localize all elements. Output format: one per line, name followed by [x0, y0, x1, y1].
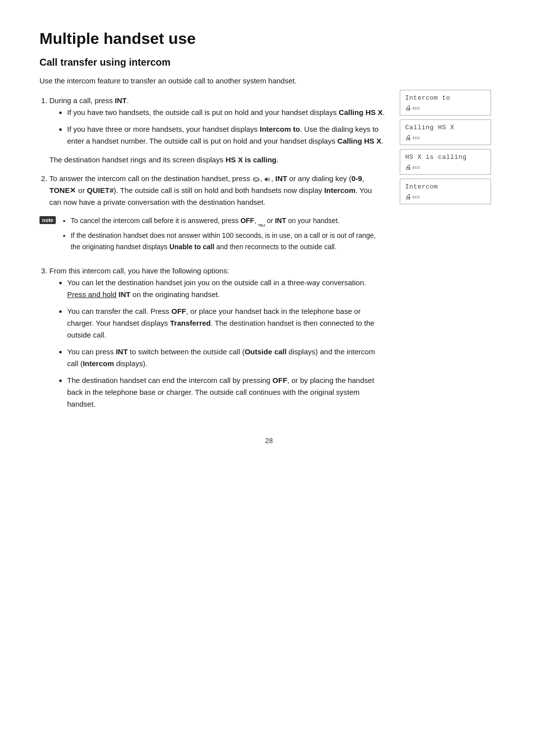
screen-text-1: Intercom to — [405, 94, 486, 102]
step-3-bullet-3: You can press INT to switch between the … — [67, 346, 385, 370]
display-1: Intercom to 🖨 ECO — [400, 90, 498, 115]
svg-text:TALK: TALK — [254, 179, 260, 181]
display-2: Calling HS X 🖨 ECO — [400, 119, 498, 145]
note-content: To cancel the intercom call before it is… — [62, 215, 385, 256]
eco-badge-1: ECO — [413, 106, 419, 111]
eco-badge-4: ECO — [413, 195, 419, 199]
volume-icon — [264, 174, 271, 179]
step-1-bullet-2: If you have three or more handsets, your… — [67, 123, 385, 147]
handset-icon-row-4: 🖨 ECO — [405, 193, 486, 201]
eco-badge-3: ECO — [413, 165, 419, 170]
steps-list: During a call, press INT. If you have tw… — [39, 95, 385, 208]
page-number: 28 — [39, 437, 498, 445]
display-box-4: Intercom 🖨 ECO — [400, 179, 491, 204]
display-box-2: Calling HS X 🖨 ECO — [400, 119, 491, 145]
display-4: Intercom 🖨 ECO — [400, 179, 498, 204]
handset-icon-4: 🖨 — [405, 193, 412, 201]
section-title: Call transfer using intercom — [39, 57, 498, 68]
display-box-3: HS X is calling 🖨 ECO — [400, 149, 491, 175]
screen-text-2: Calling HS X — [405, 124, 486, 131]
main-content: Use the intercom feature to transfer an … — [39, 75, 498, 417]
intro-paragraph: Use the intercom feature to transfer an … — [39, 75, 385, 87]
screen-text-4: Intercom — [405, 183, 486, 190]
talk-icon: TALK — [252, 174, 260, 179]
handset-icon-1: 🖨 — [405, 105, 412, 112]
page-title: Multiple handset use — [39, 30, 498, 48]
display-box-1: Intercom to 🖨 ECO — [400, 90, 491, 115]
eco-badge-2: ECO — [413, 136, 419, 140]
step-1-bullets: If you have two handsets, the outside ca… — [49, 107, 385, 147]
step-1-bullet-1: If you have two handsets, the outside ca… — [67, 107, 385, 118]
note-badge: note — [39, 216, 56, 224]
step-1-extra: The destination handset rings and its sc… — [49, 154, 385, 166]
handset-icon-2: 🖨 — [405, 134, 412, 142]
step-3-bullet-2: You can transfer the call. Press OFF, or… — [67, 305, 385, 341]
step-2-text: To answer the intercom call on the desti… — [49, 174, 372, 206]
svg-marker-1 — [265, 177, 267, 182]
text-column: Use the intercom feature to transfer an … — [39, 75, 385, 417]
step-3-text: From this intercom call, you have the fo… — [49, 266, 229, 275]
note-block: note To cancel the intercom call before … — [39, 215, 385, 256]
step-3-bullet-4: The destination handset can end the inte… — [67, 375, 385, 410]
handset-icon-row-3: 🖨 ECO — [405, 164, 486, 171]
handset-icon-row-2: 🖨 ECO — [405, 134, 486, 142]
handset-icon-row-1: 🖨 ECO — [405, 105, 486, 112]
step-3-bullet-1: You can let the destination handset join… — [67, 277, 385, 301]
note-bullet-1: To cancel the intercom call before it is… — [71, 215, 385, 226]
display-3: HS X is calling 🖨 ECO — [400, 149, 498, 175]
talk-icon-note: TALK — [258, 220, 265, 225]
handset-icon-3: 🖨 — [405, 164, 412, 171]
step-2: To answer the intercom call on the desti… — [49, 173, 385, 208]
steps-list-2: From this intercom call, you have the fo… — [39, 265, 385, 410]
step-1: During a call, press INT. If you have tw… — [49, 95, 385, 166]
svg-text:TALK: TALK — [258, 224, 265, 227]
step-1-text: During a call, press INT. — [49, 96, 129, 105]
sidebar-displays: Intercom to 🖨 ECO Calling HS X 🖨 ECO HS … — [400, 90, 498, 417]
step-3: From this intercom call, you have the fo… — [49, 265, 385, 410]
note-bullet-2: If the destination handset does not answ… — [71, 230, 385, 252]
screen-text-3: HS X is calling — [405, 153, 486, 161]
step-3-bullets: You can let the destination handset join… — [49, 277, 385, 410]
